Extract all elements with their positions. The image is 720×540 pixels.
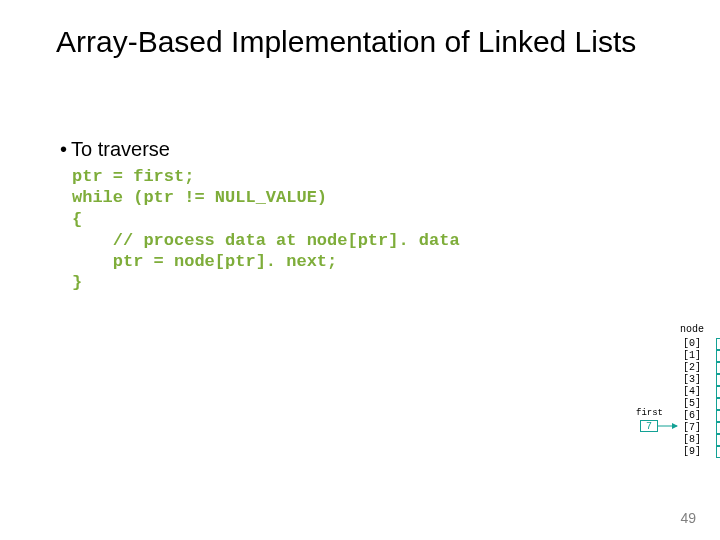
row-index: [5]	[680, 398, 704, 410]
cell-data: ?	[716, 410, 720, 422]
row-index: [7]	[680, 422, 704, 434]
bullet-item: •To traverse	[60, 138, 170, 160]
cell-data: ?	[716, 446, 720, 458]
header-node: node	[680, 324, 704, 335]
row-index: [4]	[680, 386, 704, 398]
bullet-text: To traverse	[71, 138, 170, 160]
row-index: [6]	[680, 410, 704, 422]
cell-data: ?	[716, 386, 720, 398]
cell-data: Jones	[716, 350, 720, 362]
row-index: [8]	[680, 434, 704, 446]
first-value-box: 7	[640, 420, 658, 432]
row-index: [3]	[680, 374, 704, 386]
cell-data: ?	[716, 338, 720, 350]
code-block: ptr = first; while (ptr != NULL_VALUE) {…	[72, 166, 460, 294]
row-index: [1]	[680, 350, 704, 362]
row-index: [2]	[680, 362, 704, 374]
cell-data: ?	[716, 434, 720, 446]
row-index: [0]	[680, 338, 704, 350]
page-number: 49	[680, 510, 696, 526]
row-index: [9]	[680, 446, 704, 458]
slide-title: Array-Based Implementation of Linked Lis…	[56, 24, 666, 60]
first-label: first	[636, 408, 663, 418]
cell-data: Brown	[716, 422, 720, 434]
bullet-dot: •	[60, 138, 67, 160]
cell-data: ?	[716, 362, 720, 374]
cell-data: ?	[716, 398, 720, 410]
cell-data: Smith	[716, 374, 720, 386]
